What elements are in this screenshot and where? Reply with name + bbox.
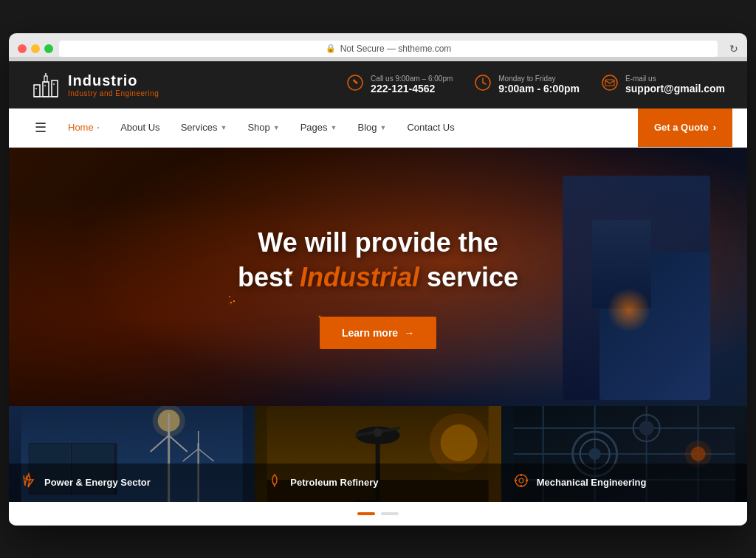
svg-rect-65	[526, 480, 528, 481]
svg-rect-8	[53, 83, 55, 85]
svg-rect-6	[35, 88, 37, 89]
svg-point-60	[515, 475, 527, 486]
nav-item-contact[interactable]: Contact Us	[396, 110, 464, 145]
nav-label-services: Services	[181, 122, 218, 133]
nav-links: Home · About Us Services ▼ Shop ▼ Pages …	[58, 110, 638, 145]
brand-name: Industrio	[68, 72, 159, 89]
brand-tagline: Industry and Engineering	[68, 89, 159, 97]
mechanical-icon	[513, 472, 529, 493]
learn-more-arrow: →	[404, 327, 414, 339]
refresh-icon[interactable]: ↻	[729, 43, 738, 55]
contact-hours: Monday to Friday 9:00am - 6:00pm	[475, 75, 580, 94]
svg-rect-63	[520, 485, 522, 487]
nav-item-shop[interactable]: Shop ▼	[237, 110, 289, 145]
hero-title-italic: Industrial	[300, 262, 419, 292]
pagination-dot-2[interactable]	[381, 512, 399, 515]
hero-section: We will provide the best Industrial serv…	[9, 148, 747, 428]
hero-content: We will provide the best Industrial serv…	[238, 226, 518, 350]
svg-line-33	[25, 475, 27, 486]
hero-title-line1: We will provide the	[258, 227, 498, 258]
service-card-energy[interactable]: Power & Energy Sector	[9, 406, 255, 502]
browser-chrome: 🔒 Not Secure — shtheme.com ↻	[9, 33, 747, 57]
svg-rect-62	[520, 474, 522, 476]
clock-icon	[475, 75, 491, 94]
learn-more-label: Learn more	[342, 327, 398, 339]
get-quote-label: Get a Quote	[654, 122, 709, 133]
browser-controls: ↻	[729, 42, 738, 55]
mechanical-label: Mechanical Engineering	[537, 477, 647, 488]
svg-rect-1	[43, 82, 49, 97]
contact-hours-label: Monday to Friday	[498, 75, 580, 83]
contact-hours-value: 9:00am - 6:00pm	[498, 83, 580, 94]
hero-title-plain2: service	[419, 262, 518, 292]
contact-phone-label: Call us 9:00am – 6:00pm	[371, 75, 453, 83]
url-bar[interactable]: 🔒 Not Secure — shtheme.com	[59, 41, 718, 57]
nav-label-home: Home	[68, 122, 94, 133]
service-card-mechanical[interactable]: Mechanical Engineering	[501, 406, 747, 502]
nav-label-shop: Shop	[247, 122, 269, 133]
energy-label: Power & Energy Sector	[44, 477, 151, 488]
url-text: Not Secure — shtheme.com	[340, 44, 452, 54]
brand-icon	[31, 70, 61, 100]
nav-item-home[interactable]: Home ·	[58, 110, 110, 145]
contact-email-info: E-mail us support@gmail.com	[625, 75, 725, 94]
header-contacts: Call us 9:00am – 6:00pm 222-121-4562	[188, 75, 725, 94]
svg-rect-0	[34, 85, 40, 97]
email-icon	[602, 75, 618, 94]
nav-label-blog: Blog	[358, 122, 377, 133]
svg-rect-64	[515, 480, 517, 481]
nav-item-services[interactable]: Services ▼	[171, 110, 238, 145]
hero-title-plain1: best	[238, 262, 300, 292]
contact-phone-value: 222-121-4562	[371, 83, 453, 94]
shop-dropdown-icon: ▼	[273, 124, 280, 131]
services-strip: Power & Energy Sector	[9, 406, 747, 502]
get-quote-arrow: ›	[713, 122, 716, 133]
svg-rect-7	[44, 85, 46, 86]
svg-point-13	[602, 75, 617, 90]
services-dropdown-icon: ▼	[220, 124, 227, 131]
svg-point-61	[519, 478, 523, 483]
service-card-petroleum[interactable]: Petroleum Refinery	[255, 406, 501, 502]
nav-label-about: About Us	[120, 122, 159, 133]
learn-more-button[interactable]: Learn more →	[320, 317, 436, 349]
close-button[interactable]	[18, 44, 27, 53]
pagination-dot-1[interactable]	[357, 512, 375, 515]
minimize-button[interactable]	[31, 44, 40, 53]
hero-title: We will provide the best Industrial serv…	[238, 226, 518, 295]
service-card-mechanical-content: Mechanical Engineering	[501, 464, 747, 502]
website-content: Industrio Industry and Engineering Call …	[9, 61, 747, 526]
lock-icon: 🔒	[326, 44, 336, 53]
contact-hours-info: Monday to Friday 9:00am - 6:00pm	[498, 75, 580, 94]
get-quote-button[interactable]: Get a Quote ›	[638, 108, 732, 147]
browser-window: 🔒 Not Secure — shtheme.com ↻	[9, 33, 747, 526]
brand-text: Industrio Industry and Engineering	[68, 72, 159, 97]
contact-email: E-mail us support@gmail.com	[602, 75, 725, 94]
top-header: Industrio Industry and Engineering Call …	[9, 61, 747, 108]
hero-visual-right	[563, 176, 710, 400]
nav-item-blog[interactable]: Blog ▼	[348, 110, 397, 145]
svg-rect-2	[52, 80, 58, 97]
nav-label-pages: Pages	[300, 122, 328, 133]
nav-label-contact: Contact Us	[407, 122, 454, 133]
brand: Industrio Industry and Engineering	[31, 70, 159, 100]
traffic-lights	[18, 44, 53, 53]
petroleum-label: Petroleum Refinery	[290, 477, 378, 488]
nav-item-pages[interactable]: Pages ▼	[290, 110, 348, 145]
hamburger-button[interactable]: ☰	[24, 108, 58, 147]
nav-item-about[interactable]: About Us	[110, 110, 170, 145]
energy-icon	[21, 472, 37, 493]
contact-phone: Call us 9:00am – 6:00pm 222-121-4562	[347, 75, 453, 94]
maximize-button[interactable]	[44, 44, 53, 53]
svg-rect-4	[44, 76, 47, 82]
svg-rect-14	[605, 80, 614, 86]
pages-dropdown-icon: ▼	[331, 124, 337, 131]
blog-dropdown-icon: ▼	[380, 124, 387, 131]
phone-icon	[347, 75, 363, 94]
service-card-energy-content: Power & Energy Sector	[9, 464, 255, 502]
service-card-petroleum-content: Petroleum Refinery	[255, 464, 501, 502]
svg-line-12	[483, 83, 486, 84]
petroleum-icon	[267, 472, 283, 493]
contact-email-label: E-mail us	[625, 75, 725, 83]
contact-email-value: support@gmail.com	[625, 83, 725, 94]
contact-phone-info: Call us 9:00am – 6:00pm 222-121-4562	[371, 75, 453, 94]
